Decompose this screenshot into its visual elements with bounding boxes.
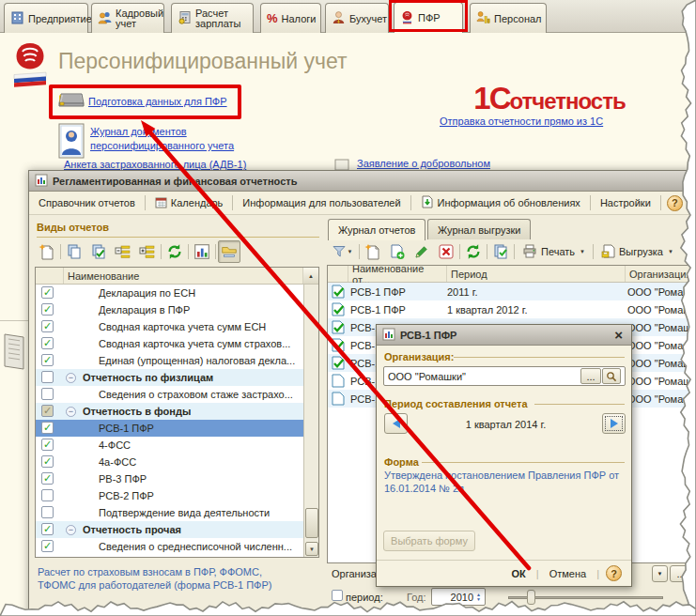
row-checkbox[interactable]: ✓ [41, 455, 54, 468]
delete-icon[interactable] [435, 240, 457, 263]
cancel-button[interactable]: Отмена [546, 566, 590, 581]
tab-raschet-zarplaty[interactable]: Расчет зарплаты [171, 3, 254, 33]
tree-row[interactable]: −Отчетность по физлицам [36, 369, 303, 386]
tab-predpriyatie[interactable]: Предприятие [4, 3, 88, 33]
zayavlenie-link[interactable]: Заявление о добровольном [357, 158, 490, 169]
row-checkbox[interactable]: ✓ [41, 286, 54, 299]
row-checkbox[interactable]: ✓ [41, 405, 54, 417]
period-checkbox[interactable] [332, 590, 343, 601]
journal-row[interactable]: РСВ-1 ПФР2011 г.ООО "Ромаш... [328, 283, 696, 300]
row-checkbox[interactable]: ✓ [41, 422, 54, 434]
tab-export-journal[interactable]: Журнал выгрузки [427, 219, 531, 239]
help-icon[interactable]: ? [606, 565, 622, 581]
journal-row[interactable]: РСВ-1 ПФР1 квартал 2012 г.ООО "Ромаш... [328, 300, 696, 318]
header-name-column[interactable]: Наименование [64, 268, 303, 284]
prev-period-button[interactable] [384, 413, 408, 434]
tab-nalogi[interactable]: % Налоги [260, 3, 321, 33]
copy-doc-icon[interactable] [386, 240, 409, 263]
filter-icon[interactable]: ▼ [327, 240, 357, 263]
refresh-icon[interactable] [163, 240, 186, 263]
refresh-icon[interactable] [462, 240, 485, 263]
menu-user-info[interactable]: Информация для пользователей [239, 195, 404, 210]
tree-row[interactable]: ✓Сводная карточка учета сумм страхов... [36, 335, 303, 352]
row-checkbox[interactable] [41, 506, 54, 518]
tree-row[interactable]: Подтверждение вида деятельности [36, 504, 303, 521]
row-checkbox[interactable]: ✓ [41, 540, 54, 552]
scrollbar-thumb[interactable] [305, 508, 318, 538]
tree-row[interactable]: ✓Декларация в ПФР [36, 301, 303, 318]
row-checkbox[interactable]: ✓ [41, 354, 54, 366]
next-period-button[interactable] [602, 413, 626, 434]
row-checkbox[interactable]: ✓ [41, 337, 54, 349]
org-ellipsis-button[interactable]: ... [670, 565, 692, 582]
tree-row[interactable]: ✓Сведения о среднесписочной численн... [36, 538, 303, 555]
header-period-column[interactable]: Период [447, 266, 626, 282]
anketa-link[interactable]: Анкета застрахованного лица (АДВ-1) [64, 159, 246, 170]
expand-tree-icon[interactable] [136, 240, 159, 263]
header-name-column[interactable]: Наименование от... [348, 266, 447, 282]
report-chart-icon[interactable] [191, 240, 213, 263]
new-doc-icon[interactable] [362, 240, 384, 263]
scroll-up-icon[interactable]: ▲ [303, 268, 318, 284]
tree-row[interactable]: РСВ-2 ПФР [36, 487, 303, 504]
modal-title-bar[interactable]: РСВ-1 ПФР × [377, 325, 631, 346]
new-report-icon[interactable] [36, 240, 58, 263]
tree-row[interactable]: ✓Декларация по ЕСН [36, 285, 303, 301]
check-pages-icon[interactable] [87, 240, 110, 263]
tree-row[interactable]: ✓−Отчетность прочая [36, 521, 303, 538]
org-dropdown-icon[interactable]: ▼ [652, 565, 668, 582]
tree-row[interactable]: ✓−Отчетность в фонды [36, 403, 303, 420]
row-checkbox[interactable]: ✓ [41, 303, 54, 316]
export-button[interactable]: Выгрузка▼ [595, 241, 679, 263]
print-button[interactable]: Печать▼ [517, 241, 591, 263]
search-icon[interactable] [602, 368, 621, 384]
period-slider-handle[interactable] [527, 590, 535, 605]
ok-button[interactable]: ОК [508, 566, 530, 581]
menu-report-catalog[interactable]: Справочник отчетов [35, 195, 139, 210]
collapse-node-icon[interactable]: − [66, 373, 76, 383]
row-checkbox[interactable] [41, 371, 54, 383]
help-icon[interactable]: ? [667, 195, 683, 211]
tree-row[interactable]: ✓Единая (упрощенная) налоговая декла... [36, 352, 303, 369]
menu-calendar[interactable]: Календарь [151, 194, 227, 212]
window-title-bar[interactable]: Регламентированная и финансовая отчетнос… [29, 171, 695, 192]
send-reports-link[interactable]: Отправка отчетности прямо из 1С [440, 116, 603, 127]
tree-row[interactable]: ✓4а-ФСС [36, 454, 303, 470]
collapse-tree-icon[interactable] [112, 240, 134, 263]
row-checkbox[interactable] [41, 388, 54, 400]
row-checkbox[interactable] [41, 489, 54, 501]
spin-down-icon[interactable]: ▼ [476, 597, 481, 602]
post-doc-icon[interactable] [489, 240, 512, 263]
tab-kadrovy-uchet[interactable]: Кадровый учет [91, 3, 164, 33]
row-checkbox[interactable]: ✓ [41, 472, 54, 485]
tree-row[interactable]: ✓РВ-3 ПФР [36, 470, 303, 487]
collapse-node-icon[interactable]: − [66, 407, 76, 417]
journal-link-line2[interactable]: персонифицированного учета [90, 140, 234, 151]
edit-pencil-icon[interactable] [410, 240, 433, 263]
tab-report-journal[interactable]: Журнал отчетов [328, 219, 425, 240]
journal-link-line1[interactable]: Журнал документов [90, 126, 187, 137]
header-org-column[interactable]: Организация [626, 266, 696, 282]
tree-row[interactable]: Сведения о страховом стаже застрахо... [36, 386, 303, 403]
spinner-arrows[interactable]: ▲▼ [476, 593, 481, 602]
folder-view-toggle[interactable] [218, 240, 240, 263]
row-checkbox[interactable]: ✓ [41, 439, 54, 451]
select-form-button[interactable]: Выбрать форму [383, 531, 475, 551]
copy-icon[interactable] [63, 240, 85, 263]
tree-row[interactable]: ✓РСВ-1 ПФР [36, 420, 303, 437]
row-checkbox[interactable]: ✓ [41, 523, 54, 535]
tree-row[interactable]: ✓Сводная карточка учета сумм ЕСН [36, 318, 303, 335]
close-icon[interactable]: × [611, 327, 626, 343]
report-types-scrollbar[interactable]: ▼ [303, 285, 318, 557]
menu-settings[interactable]: Настройки [596, 195, 655, 210]
org-ellipsis-button[interactable]: ... [580, 368, 601, 384]
row-checkbox[interactable]: ✓ [41, 320, 54, 332]
collapse-node-icon[interactable]: − [66, 525, 76, 535]
organization-field[interactable]: ООО "Ромашки" ... [383, 366, 626, 386]
tree-row[interactable]: ✓4-ФСС [36, 437, 303, 454]
tab-personal[interactable]: Персонал [470, 3, 547, 33]
scroll-down-icon[interactable]: ▼ [305, 542, 318, 556]
tab-bukhuchet[interactable]: Бухучет [325, 3, 389, 33]
year-spinner[interactable]: 2010 ▲▼ [431, 588, 486, 606]
menu-update-info[interactable]: Информация об обновлениях [417, 193, 584, 212]
